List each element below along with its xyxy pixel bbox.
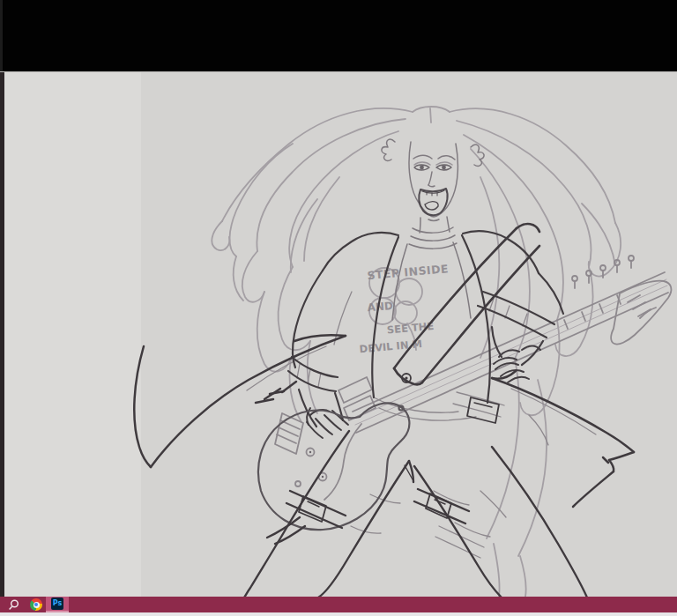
taskbar-search-button[interactable] <box>4 597 23 612</box>
face-lines <box>382 139 484 320</box>
search-icon <box>8 599 19 611</box>
hair-lines <box>212 107 621 597</box>
screen: STEP INSIDE AND SEE THE DEVIL IN M <box>0 0 677 616</box>
taskbar-photoshop-button[interactable]: Ps <box>46 597 69 612</box>
bottom-edge-strip <box>0 612 677 616</box>
shirt-text-line4: DEVIL IN M <box>359 338 422 355</box>
taskbar-chrome-button[interactable] <box>26 597 46 612</box>
chrome-icon <box>30 598 42 611</box>
artwork-sketch: STEP INSIDE AND SEE THE DEVIL IN M <box>0 72 677 597</box>
top-black-bar <box>0 0 677 71</box>
hand-lines <box>307 346 540 439</box>
photoshop-icon: Ps <box>51 597 63 610</box>
taskbar: Ps <box>0 597 677 612</box>
shirt-text: STEP INSIDE AND SEE THE DEVIL IN M <box>353 262 456 355</box>
photoshop-icon-label: Ps <box>53 600 62 607</box>
photoshop-canvas[interactable]: STEP INSIDE AND SEE THE DEVIL IN M <box>0 71 677 597</box>
